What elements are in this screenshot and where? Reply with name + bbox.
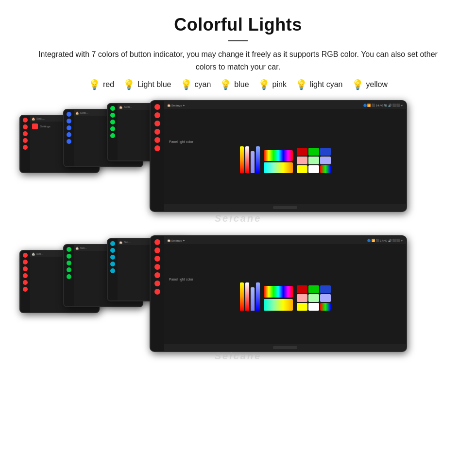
watermark-1: Seicane: [215, 213, 262, 224]
color-label-lightblue: Light blue: [137, 80, 171, 89]
color-item-yellow: 💡 yellow: [352, 80, 388, 89]
color-list: 💡 red 💡 Light blue 💡 cyan 💡 blue 💡 pink …: [19, 80, 457, 89]
device2-sidebar-1: [20, 251, 30, 312]
color-grid-2: [297, 285, 331, 311]
color-item-pink: 💡 pink: [258, 80, 287, 89]
panel-color-row-2: [240, 284, 331, 311]
color-label-pink: pink: [272, 80, 287, 89]
color-label-yellow: yellow: [366, 80, 388, 89]
devices-row-1: 🏠Setti... Settings: [19, 100, 457, 231]
device2-bottom-bar: [164, 344, 406, 351]
panel-color-row: [240, 146, 331, 173]
page-title: Colorful Lights: [19, 15, 457, 35]
bulb-icon-lightcyan: 💡: [295, 80, 307, 89]
color-bars-2: [240, 284, 260, 311]
color-item-blue: 💡 blue: [220, 80, 249, 89]
device-sidebar-2: [64, 110, 74, 166]
bulb-icon-red: 💡: [88, 80, 101, 89]
color-label-red: red: [103, 80, 114, 89]
rainbow-section: [264, 150, 293, 173]
main-device2-panel: Panel light color: [164, 244, 406, 344]
main-device2-content: 🏠 Settings ✦ 🔵 📶 ⬛ 14:40 🔊 ⬛ ⬛ ↩ Panel l…: [164, 236, 406, 351]
color-item-lightblue: 💡 Light blue: [123, 80, 171, 89]
bulb-icon-lightblue: 💡: [123, 80, 135, 89]
title-divider: [228, 40, 248, 41]
bulb-icon-yellow: 💡: [352, 80, 364, 89]
color-item-lightcyan: 💡 light cyan: [295, 80, 343, 89]
main-device-panel: Panel light color: [164, 109, 406, 204]
main-device-content: 🏠 Settings ✦ 🔵 📶 ⬛ 14:40 📷 🔊 ⬛ ⬛ ↩ Panel…: [164, 101, 406, 211]
color-item-red: 💡 red: [88, 80, 114, 89]
title-section: Colorful Lights Integrated with 7 colors…: [19, 15, 457, 73]
rainbow-section-2: [264, 286, 293, 311]
color-bars: [240, 146, 260, 173]
color-item-cyan: 💡 cyan: [180, 80, 211, 89]
device-sidebar-3: [108, 104, 118, 160]
color-grid: [297, 148, 331, 173]
device-bottom-bar: [164, 204, 406, 211]
color-label-lightcyan: light cyan: [310, 80, 343, 89]
color-label-blue: blue: [234, 80, 249, 89]
device-main-2: 🏠 Settings ✦ 🔵 📶 ⬛ 14:40 🔊 ⬛ ⬛ ↩ Panel l…: [150, 235, 407, 352]
panel-title: Panel light color: [169, 140, 193, 143]
devices-row-2: 🏠Set... 🏠Set...: [19, 235, 457, 371]
device-sidebar-1: [20, 116, 30, 172]
main-device2-sidebar: [151, 236, 164, 351]
bulb-icon-blue: 💡: [220, 80, 232, 89]
color-label-cyan: cyan: [195, 80, 211, 89]
main-device-topbar: 🏠 Settings ✦ 🔵 📶 ⬛ 14:40 📷 🔊 ⬛ ⬛ ↩: [164, 101, 406, 109]
panel-title-2: Panel light color: [169, 278, 193, 281]
device2-sidebar-3: [108, 239, 118, 300]
device2-sidebar-2: [64, 245, 74, 306]
main-device2-topbar: 🏠 Settings ✦ 🔵 📶 ⬛ 14:40 🔊 ⬛ ⬛ ↩: [164, 236, 406, 244]
main-device-sidebar: [151, 101, 164, 211]
bulb-icon-cyan: 💡: [180, 80, 192, 89]
watermark-2: Seicane: [215, 351, 262, 362]
device-main-1: 🏠 Settings ✦ 🔵 📶 ⬛ 14:40 📷 🔊 ⬛ ⬛ ↩ Panel…: [150, 100, 407, 212]
description-text: Integrated with 7 colors of button indic…: [29, 48, 447, 73]
page-container: Colorful Lights Integrated with 7 colors…: [0, 0, 476, 386]
bulb-icon-pink: 💡: [258, 80, 270, 89]
